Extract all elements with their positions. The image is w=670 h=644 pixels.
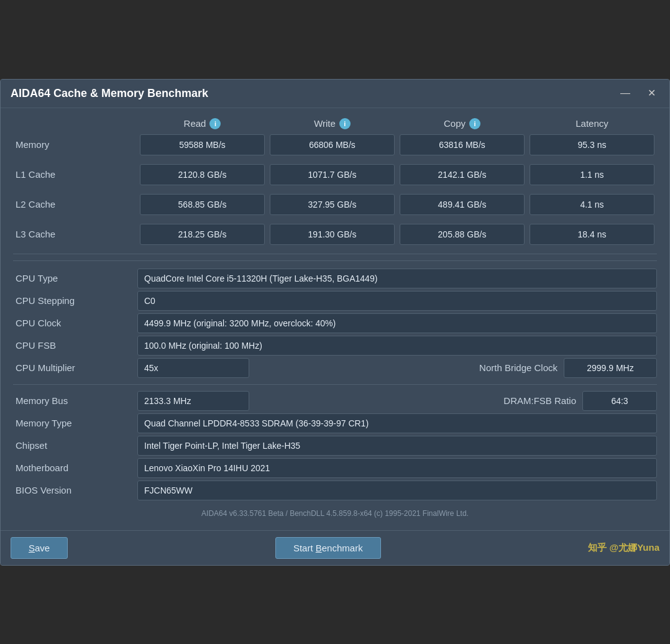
cpu-fsb-value: 100.0 MHz (original: 100 MHz) (137, 336, 657, 356)
cpu-multiplier-value: 45x (137, 358, 249, 378)
cpu-stepping-value: C0 (137, 291, 657, 311)
save-button[interactable]: Save (11, 537, 68, 559)
window-title: AIDA64 Cache & Memory Benchmark (11, 87, 208, 100)
cpu-clock-row: CPU Clock 4499.9 MHz (original: 3200 MHz… (13, 313, 657, 333)
footer-text: AIDA64 v6.33.5761 Beta / BenchDLL 4.5.85… (13, 503, 657, 520)
north-bridge-label: North Bridge Clock (439, 362, 564, 373)
header-copy: Copy i (397, 118, 527, 129)
header-read: Read i (137, 118, 267, 129)
cpu-type-value: QuadCore Intel Core i5-11320H (Tiger Lak… (137, 269, 657, 288)
row-latency-3: 18.4 ns (530, 224, 654, 245)
bios-value: FJCN65WW (137, 481, 657, 500)
read-info-icon[interactable]: i (209, 118, 221, 129)
row-write-1: 1071.7 GB/s (270, 164, 395, 185)
chipset-label: Chipset (13, 440, 137, 451)
row-write-3: 191.30 GB/s (270, 224, 395, 245)
row-latency-0: 95.3 ns (530, 134, 654, 155)
header-write: Write i (267, 118, 397, 129)
row-label-0: Memory (13, 139, 137, 150)
divider-2 (13, 384, 657, 385)
motherboard-value: Lenovo XiaoXin Pro 14IHU 2021 (137, 458, 657, 478)
cpu-clock-label: CPU Clock (13, 318, 137, 328)
row-write-2: 327.95 GB/s (270, 194, 395, 215)
row-label-2: L2 Cache (13, 199, 137, 209)
cpu-type-row: CPU Type QuadCore Intel Core i5-11320H (… (13, 269, 657, 288)
row-copy-0: 63816 MB/s (400, 134, 525, 155)
start-benchmark-button[interactable]: Start Benchmark (275, 537, 381, 559)
motherboard-row: Motherboard Lenovo XiaoXin Pro 14IHU 202… (13, 458, 657, 478)
memory-bus-value: 2133.3 MHz (137, 391, 249, 411)
row-copy-1: 2142.1 GB/s (400, 164, 525, 185)
bottom-bar: Save Start Benchmark 知乎 @尤娜Yuna (1, 530, 669, 565)
main-window: AIDA64 Cache & Memory Benchmark — ✕ Read… (0, 79, 670, 566)
cpu-multiplier-row: CPU Multiplier 45x North Bridge Clock 29… (13, 358, 657, 378)
cpu-fsb-row: CPU FSB 100.0 MHz (original: 100 MHz) (13, 336, 657, 356)
bios-row: BIOS Version FJCN65WW (13, 481, 657, 500)
row-read-1: 2120.8 GB/s (140, 164, 265, 185)
cpu-multiplier-label: CPU Multiplier (13, 362, 137, 373)
row-read-3: 218.25 GB/s (140, 224, 265, 245)
table-row: L2 Cache 568.85 GB/s 327.95 GB/s 489.41 … (13, 194, 657, 215)
bios-label: BIOS Version (13, 485, 137, 495)
north-bridge-value: 2999.9 MHz (564, 358, 657, 378)
row-latency-2: 4.1 ns (530, 194, 654, 215)
table-row: L1 Cache 2120.8 GB/s 1071.7 GB/s 2142.1 … (13, 164, 657, 185)
content-area: Read i Write i Copy i Latency Memory 595… (1, 108, 669, 530)
benchmark-table: Memory 59588 MB/s 66806 MB/s 63816 MB/s … (13, 134, 657, 245)
memory-bus-row: Memory Bus 2133.3 MHz DRAM:FSB Ratio 64:… (13, 391, 657, 411)
row-label-3: L3 Cache (13, 229, 137, 239)
watermark: 知乎 @尤娜Yuna (588, 542, 659, 554)
header-latency: Latency (527, 118, 657, 129)
cpu-info-section: CPU Type QuadCore Intel Core i5-11320H (… (13, 260, 657, 500)
row-read-2: 568.85 GB/s (140, 194, 265, 215)
table-row: Memory 59588 MB/s 66806 MB/s 63816 MB/s … (13, 134, 657, 155)
write-info-icon[interactable]: i (339, 118, 351, 129)
minimize-button[interactable]: — (617, 87, 634, 99)
dram-fsb-label: DRAM:FSB Ratio (458, 395, 582, 406)
table-header: Read i Write i Copy i Latency (13, 118, 657, 129)
memory-bus-label: Memory Bus (13, 395, 137, 406)
title-bar: AIDA64 Cache & Memory Benchmark — ✕ (1, 80, 669, 108)
cpu-clock-value: 4499.9 MHz (original: 3200 MHz, overcloc… (137, 313, 657, 333)
cpu-fsb-label: CPU FSB (13, 340, 137, 351)
close-button[interactable]: ✕ (644, 87, 659, 99)
cpu-stepping-label: CPU Stepping (13, 295, 137, 306)
chipset-row: Chipset Intel Tiger Point-LP, Intel Tige… (13, 436, 657, 456)
table-row: L3 Cache 218.25 GB/s 191.30 GB/s 205.88 … (13, 224, 657, 245)
row-write-0: 66806 MB/s (270, 134, 395, 155)
row-latency-1: 1.1 ns (530, 164, 654, 185)
divider-1 (13, 254, 657, 254)
copy-info-icon[interactable]: i (469, 118, 480, 129)
row-label-1: L1 Cache (13, 169, 137, 180)
dram-fsb-value: 64:3 (582, 391, 657, 411)
motherboard-label: Motherboard (13, 462, 137, 473)
cpu-stepping-row: CPU Stepping C0 (13, 291, 657, 311)
chipset-value: Intel Tiger Point-LP, Intel Tiger Lake-H… (137, 436, 657, 456)
window-controls: — ✕ (617, 87, 659, 99)
row-copy-3: 205.88 GB/s (400, 224, 525, 245)
cpu-type-label: CPU Type (13, 273, 137, 283)
memory-type-label: Memory Type (13, 418, 137, 428)
row-copy-2: 489.41 GB/s (400, 194, 525, 215)
memory-type-value: Quad Channel LPDDR4-8533 SDRAM (36-39-39… (137, 413, 657, 433)
memory-type-row: Memory Type Quad Channel LPDDR4-8533 SDR… (13, 413, 657, 433)
row-read-0: 59588 MB/s (140, 134, 265, 155)
